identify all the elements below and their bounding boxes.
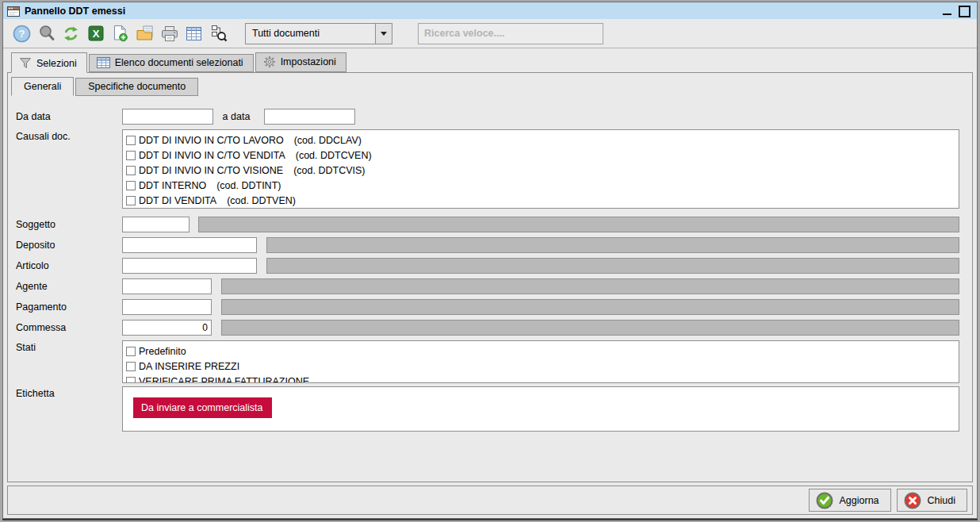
articolo-row: Articolo <box>16 258 959 274</box>
agente-description-field <box>221 278 959 294</box>
commessa-input[interactable] <box>122 320 212 336</box>
tree-search-icon[interactable] <box>206 23 231 44</box>
agente-row: Agente <box>16 278 959 294</box>
minimize-button[interactable] <box>942 6 953 16</box>
main-tab-bar: Selezioni Elenco documenti selezionati <box>3 48 977 72</box>
etichetta-tag[interactable]: Da inviare a commercialista <box>133 397 272 418</box>
chiudi-button[interactable]: Chiudi <box>897 489 967 512</box>
articolo-input[interactable] <box>122 258 257 274</box>
soggetto-label: Soggetto <box>16 219 122 230</box>
aggiorna-label: Aggiorna <box>840 495 879 506</box>
window-frame: Pannello DDT emessi ? <box>0 0 980 522</box>
toolbar: ? X <box>3 19 977 48</box>
stato-item[interactable]: DA INSERIRE PREZZI <box>126 359 955 374</box>
checkbox-icon[interactable] <box>126 181 136 190</box>
causale-code: (cod. DDTVEN) <box>227 195 296 206</box>
chevron-down-icon <box>381 32 387 36</box>
help-icon[interactable]: ? <box>10 23 34 44</box>
document-filter-select[interactable]: Tutti documenti <box>245 23 392 44</box>
checkbox-icon[interactable] <box>126 166 136 175</box>
checkbox-icon[interactable] <box>126 362 136 371</box>
tab-elenco-documenti[interactable]: Elenco documenti selezionati <box>89 54 254 72</box>
soggetto-input[interactable] <box>122 217 189 232</box>
soggetto-description-field <box>198 217 959 232</box>
print-icon[interactable] <box>157 23 182 44</box>
commessa-description-field <box>221 320 959 336</box>
causale-code: (cod. DDCLAV) <box>294 135 362 146</box>
checkbox-icon[interactable] <box>126 377 136 384</box>
refresh-icon[interactable] <box>59 23 83 44</box>
excel-export-icon[interactable]: X <box>83 23 108 44</box>
table-view-icon[interactable] <box>182 23 206 44</box>
quick-search-input[interactable] <box>418 23 603 44</box>
etichetta-box: Da inviare a commercialista <box>122 386 959 432</box>
new-document-icon[interactable] <box>108 23 132 44</box>
window-icon <box>7 6 20 17</box>
stati-row: Stati Predefinito DA INSERIRE PREZZI VER… <box>16 340 959 383</box>
a-data-input[interactable] <box>264 109 355 125</box>
tab-elenco-label: Elenco documenti selezionati <box>115 57 243 68</box>
titlebar: Pannello DDT emessi <box>3 2 977 19</box>
etichetta-row: Etichetta Da inviare a commercialista <box>16 386 959 432</box>
causale-item[interactable]: DDT DI INVIO IN C/TO VISIONE (cod. DDTCV… <box>126 163 955 178</box>
sub-tab-bar: Generali Specifiche documento <box>8 73 972 96</box>
agente-label: Agente <box>16 281 122 292</box>
etichetta-label: Etichetta <box>16 386 122 399</box>
causale-code: (cod. DDTCVIS) <box>293 165 365 176</box>
pagamento-input[interactable] <box>122 299 212 315</box>
stati-listbox: Predefinito DA INSERIRE PREZZI VERIFICAR… <box>122 340 959 383</box>
pagamento-description-field <box>221 299 959 315</box>
subtab-generali-label: Generali <box>24 81 61 92</box>
svg-text:X: X <box>92 28 99 40</box>
agente-input[interactable] <box>122 278 212 294</box>
stato-label: VERIFICARE PRIMA FATTURAZIONE <box>139 376 309 384</box>
deposito-input[interactable] <box>122 237 257 253</box>
tab-impostazioni-label: Impostazioni <box>281 56 336 67</box>
causale-item[interactable]: DDT DI VENDITA (cod. DDTVEN) <box>126 193 955 208</box>
causale-item[interactable]: DDT DI INVIO IN C/TO LAVORO (cod. DDCLAV… <box>126 132 955 148</box>
pagamento-row: Pagamento <box>16 299 959 315</box>
open-folder-icon[interactable] <box>132 23 157 44</box>
checkbox-icon[interactable] <box>126 347 136 356</box>
causale-code: (cod. DDTCVEN) <box>296 150 372 161</box>
pagamento-label: Pagamento <box>16 301 122 313</box>
subtab-specifiche-documento[interactable]: Specifiche documento <box>75 78 198 96</box>
a-data-label: a data <box>220 111 253 122</box>
stato-item[interactable]: Predefinito <box>126 344 955 359</box>
articolo-description-field <box>266 258 959 274</box>
aggiorna-button[interactable]: Aggiorna <box>809 489 891 512</box>
subtab-generali[interactable]: Generali <box>11 77 74 96</box>
checkbox-icon[interactable] <box>126 136 136 145</box>
causale-label: DDT DI INVIO IN C/TO LAVORO <box>139 135 284 146</box>
selezioni-panel: Generali Specifiche documento Da data a … <box>7 72 973 482</box>
chiudi-label: Chiudi <box>928 495 955 506</box>
checkbox-icon[interactable] <box>126 196 136 205</box>
causale-code: (cod. DDTINT) <box>216 180 281 191</box>
deposito-label: Deposito <box>16 240 122 251</box>
causale-item[interactable]: DDT DI INVIO IN C/TO VENDITA (cod. DDTCV… <box>126 148 955 163</box>
causale-label: DDT INTERNO <box>139 180 206 191</box>
causale-label: DDT DI INVIO IN C/TO VISIONE <box>139 165 283 176</box>
deposito-description-field <box>266 237 959 253</box>
soggetto-row: Soggetto <box>16 217 959 232</box>
stato-item[interactable]: VERIFICARE PRIMA FATTURAZIONE <box>126 374 955 383</box>
tab-impostazioni[interactable]: Impostazioni <box>255 52 346 72</box>
window: Pannello DDT emessi ? <box>2 2 978 519</box>
check-circle-icon <box>816 492 833 509</box>
da-data-input[interactable] <box>122 109 213 125</box>
da-data-label: Da data <box>16 111 122 122</box>
generali-form: Da data a data Causali doc. DDT DI INVIO… <box>8 96 972 432</box>
stati-label: Stati <box>16 340 122 353</box>
table-icon <box>97 57 110 68</box>
window-title: Pannello DDT emessi <box>25 6 937 17</box>
causale-item[interactable]: DDT INTERNO (cod. DDTINT) <box>126 178 955 193</box>
deposito-row: Deposito <box>16 237 959 253</box>
commessa-label: Commessa <box>16 322 122 333</box>
filter-icon <box>19 57 32 69</box>
tab-selezioni[interactable]: Selezioni <box>11 52 87 73</box>
checkbox-icon[interactable] <box>126 151 136 160</box>
combo-dropdown-button[interactable] <box>375 24 392 44</box>
search-icon[interactable] <box>34 23 59 44</box>
causali-row: Causali doc. DDT DI INVIO IN C/TO LAVORO… <box>16 129 959 209</box>
maximize-button[interactable] <box>958 6 969 16</box>
